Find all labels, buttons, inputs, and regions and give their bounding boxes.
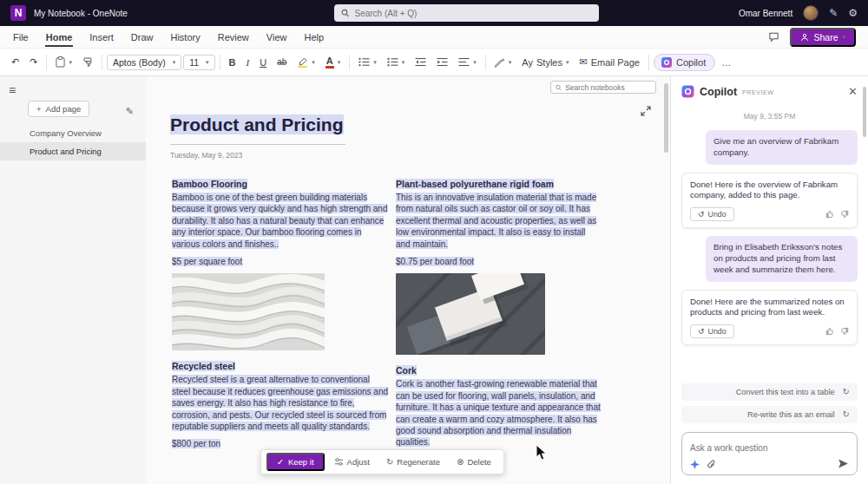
- notebook-search-input[interactable]: [565, 83, 651, 92]
- menu-history[interactable]: History: [169, 28, 201, 47]
- steel-heading: Recycled steel: [172, 361, 389, 371]
- regenerate-button[interactable]: ↻ Regenerate: [379, 455, 447, 469]
- undo-button[interactable]: ↶: [7, 54, 23, 70]
- thumbs-up-icon[interactable]: [825, 210, 834, 219]
- bamboo-heading: Bamboo Flooring: [172, 179, 389, 189]
- chevron-down-icon: ▾: [69, 59, 72, 66]
- strikethrough-button[interactable]: ab: [273, 55, 291, 69]
- copilot-input-box[interactable]: [681, 432, 858, 475]
- add-page-button[interactable]: + Add page: [28, 101, 89, 117]
- menubar: File Home Insert Draw History Review Vie…: [0, 26, 868, 49]
- chevron-down-icon: ▾: [206, 59, 209, 66]
- italic-button[interactable]: I: [242, 55, 254, 70]
- share-button[interactable]: Share ▾: [790, 28, 856, 47]
- hamburger-icon[interactable]: ≡: [9, 83, 16, 97]
- redo-button[interactable]: ↷: [25, 54, 42, 70]
- envelope-icon: ✉: [579, 56, 587, 68]
- outdent-button[interactable]: [411, 55, 431, 69]
- paperclip-icon[interactable]: [707, 460, 716, 469]
- format-painter-button[interactable]: [78, 55, 97, 70]
- menu-home[interactable]: Home: [45, 28, 74, 47]
- notebook-search[interactable]: [550, 81, 656, 94]
- styles-button[interactable]: Ay Styles ▾: [517, 55, 573, 70]
- menu-insert[interactable]: Insert: [89, 28, 115, 47]
- chevron-down-icon: ▾: [373, 59, 377, 66]
- expand-icon[interactable]: [641, 106, 651, 116]
- note-canvas: Product and Pricing Tuesday, May 9, 2023…: [146, 76, 670, 484]
- close-icon[interactable]: ✕: [848, 86, 858, 97]
- workspace: ≡ + Add page ✎ Company Overview Product …: [0, 76, 868, 484]
- undo-icon: ↺: [698, 327, 705, 336]
- chevron-down-icon: ▾: [173, 59, 176, 66]
- copilot-title: Copilot: [700, 86, 737, 98]
- thumbs-down-icon[interactable]: [840, 327, 849, 336]
- cork-heading: Cork: [396, 365, 601, 376]
- menu-view[interactable]: View: [266, 28, 288, 47]
- keep-it-button[interactable]: ✓ Keep it: [266, 453, 325, 471]
- avatar[interactable]: [803, 5, 819, 21]
- delete-button[interactable]: ⊗ Delete: [450, 455, 498, 469]
- thumbs-up-icon[interactable]: [825, 327, 834, 336]
- comments-icon[interactable]: [768, 31, 779, 43]
- bullets-button[interactable]: ▾: [354, 55, 381, 69]
- foam-body: This is an innovative insulation materia…: [396, 192, 601, 250]
- copilot-ribbon-button[interactable]: Copilot: [654, 54, 715, 71]
- note-column-right: Plant-based polyurethane rigid foam This…: [396, 179, 601, 455]
- refresh-icon: ↻: [386, 458, 393, 467]
- menu-help[interactable]: Help: [303, 28, 325, 47]
- numbering-button[interactable]: ▾: [383, 55, 410, 69]
- indent-button[interactable]: [432, 55, 452, 69]
- copilot-input[interactable]: [690, 443, 849, 453]
- indent-icon: [437, 57, 448, 67]
- quick-styles-button[interactable]: ▾: [490, 55, 516, 70]
- pencil-icon[interactable]: ✎: [829, 8, 838, 18]
- steel-body: Recycled steel is a great alternative to…: [172, 374, 389, 432]
- menu-draw[interactable]: Draw: [130, 28, 155, 47]
- chevron-down-icon: ▾: [566, 59, 569, 66]
- copilot-scrollbar[interactable]: [863, 87, 866, 137]
- align-button[interactable]: ▾: [454, 55, 481, 69]
- suggestion-convert-table[interactable]: Convert this text into a table ↻: [681, 383, 858, 401]
- mouse-cursor: [536, 444, 548, 461]
- delete-icon: ⊗: [457, 458, 464, 467]
- font-color-button[interactable]: A ▾: [321, 54, 345, 71]
- prompt-sparkle-icon[interactable]: [690, 460, 700, 469]
- outdent-icon: [415, 57, 426, 67]
- global-search-input[interactable]: [354, 9, 592, 18]
- pen-icon[interactable]: ✎: [126, 106, 134, 117]
- canvas-scrollbar[interactable]: [664, 83, 668, 153]
- page-item-product-and-pricing[interactable]: Product and Pricing: [0, 142, 146, 160]
- page-item-company-overview[interactable]: Company Overview: [0, 124, 146, 142]
- email-page-button[interactable]: ✉ Email Page: [575, 54, 643, 70]
- foam-price: $0.75 per board foot: [396, 256, 601, 267]
- align-left-icon: [458, 57, 470, 67]
- send-icon[interactable]: [838, 458, 849, 469]
- global-search[interactable]: [334, 4, 599, 22]
- page-date: Tuesday, May 9, 2023: [170, 151, 242, 160]
- bold-button[interactable]: B: [225, 55, 240, 70]
- thumbs-down-icon[interactable]: [840, 210, 849, 219]
- copilot-icon: [661, 57, 672, 68]
- chat-timestamp: May 9, 3:55 PM: [681, 112, 858, 121]
- suggestion-rewrite-email[interactable]: Re-write this as an email ↻: [681, 406, 858, 423]
- font-name-select[interactable]: Aptos (Body) ▾: [107, 55, 181, 70]
- underline-button[interactable]: U: [255, 55, 271, 70]
- undo-button[interactable]: ↺ Undo: [690, 324, 734, 338]
- cork-body: Cork is another fast-growing renewable m…: [396, 378, 601, 448]
- page-list: Company Overview Product and Pricing: [0, 124, 146, 160]
- onenote-logo-icon[interactable]: N: [10, 5, 26, 21]
- chat-message-user: Give me an overview of Fabrikam company.: [706, 130, 858, 165]
- font-size-select[interactable]: 11 ▾: [183, 55, 214, 70]
- more-options-button[interactable]: …: [717, 55, 735, 70]
- font-name-value: Aptos (Body): [113, 57, 166, 68]
- chevron-down-icon: ▾: [312, 59, 315, 66]
- adjust-button[interactable]: Adjust: [327, 455, 377, 469]
- menu-review[interactable]: Review: [217, 28, 250, 47]
- gear-icon[interactable]: ⚙: [848, 8, 858, 18]
- chat-message-user: Bring in Elisabeth Eriksson's notes on p…: [706, 236, 858, 281]
- highlight-button[interactable]: ▾: [293, 54, 319, 70]
- menu-file[interactable]: File: [12, 28, 30, 47]
- font-color-icon: A: [326, 56, 334, 69]
- paste-button[interactable]: ▾: [51, 54, 76, 70]
- undo-button[interactable]: ↺ Undo: [690, 207, 734, 221]
